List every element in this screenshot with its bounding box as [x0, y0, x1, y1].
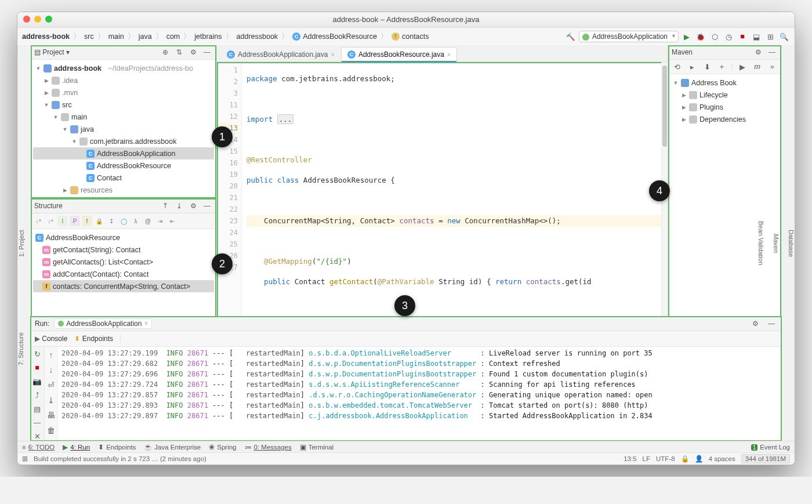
print-button[interactable]: 🖶: [45, 409, 57, 421]
editor-tab[interactable]: CAddressBookResource.java×: [341, 47, 458, 61]
show-properties-button[interactable]: P: [70, 216, 80, 226]
coverage-button[interactable]: ⬡: [709, 31, 720, 42]
lambda-button[interactable]: λ: [130, 216, 141, 226]
breadcrumb[interactable]: java: [139, 32, 152, 41]
expand-button[interactable]: ⤓: [173, 200, 185, 212]
toolwindow-tab-structure[interactable]: 7: Structure: [17, 332, 24, 365]
run-side-toolbar: ↻ ■ 📷 ⤴ ▤ — ✕: [30, 347, 45, 441]
file-encoding[interactable]: UTF-8: [656, 455, 675, 462]
run-maven-button[interactable]: ▶: [737, 61, 748, 72]
dump-button[interactable]: 📷: [31, 376, 43, 387]
project-tool-window: ▤ Project ▾ ⊕ ⇅ ⚙ — ▼address-book ~/Idea…: [31, 45, 216, 198]
console-tab[interactable]: ▶ Console: [35, 335, 67, 343]
toolwindow-toggle[interactable]: ⊞: [22, 455, 28, 463]
clear-button[interactable]: 🗑: [45, 425, 57, 436]
endpoints-tab[interactable]: ⬍ Endpoints: [98, 443, 136, 451]
close-window-button[interactable]: [23, 16, 30, 23]
console-output[interactable]: 2020-04-09 13:27:29.199 INFO 28671 --- […: [58, 347, 782, 441]
breadcrumb[interactable]: fcontacts: [392, 32, 429, 41]
maximize-window-button[interactable]: [45, 16, 52, 23]
indent-status[interactable]: 4 spaces: [709, 455, 735, 462]
stop-button[interactable]: ■: [737, 31, 748, 42]
build-status: Build completed successfully in 2 s 723 …: [34, 455, 206, 462]
spring-tab[interactable]: ❀ Spring: [209, 443, 236, 451]
exit-button[interactable]: ⤴: [31, 390, 43, 401]
minimize-window-button[interactable]: [34, 16, 41, 23]
build-button[interactable]: 🔨: [565, 31, 577, 42]
vcs-commit-button[interactable]: ⊞: [764, 31, 776, 42]
callout-2: 2: [212, 253, 233, 274]
run-tab[interactable]: ▶ 4: Run: [63, 443, 90, 451]
toolwindow-tab-database[interactable]: Database: [788, 50, 795, 437]
hide-panel-button[interactable]: —: [766, 318, 777, 329]
structure-tree[interactable]: CAddressBookResource mgetContact(String)…: [31, 229, 216, 295]
breadcrumb[interactable]: CAddressBookResource: [292, 32, 377, 41]
down-button[interactable]: ↓: [45, 364, 57, 376]
caret-position[interactable]: 13:5: [624, 455, 636, 462]
bottom-tool-tabs: ≡ 6: TODO ▶ 4: Run ⬍ Endpoints ☕ Java En…: [17, 441, 795, 453]
status-bar: ⊞ Build completed successfully in 2 s 72…: [17, 452, 795, 465]
sort-az-button[interactable]: ↓ᴬ: [33, 216, 44, 226]
breadcrumb[interactable]: addressbook: [237, 32, 278, 41]
generate-sources-button[interactable]: ▸: [687, 61, 698, 72]
run-config-tab[interactable]: AddressBookApplication ×: [54, 318, 152, 329]
profile-button[interactable]: ◷: [723, 31, 734, 42]
run-side-toolbar-2: ↑ ↓ ⏎ ⤓ 🖶 🗑: [45, 347, 58, 441]
stop-button[interactable]: ■: [31, 363, 43, 374]
hide-panel-button[interactable]: —: [201, 200, 213, 212]
todo-tab[interactable]: ≡ 6: TODO: [22, 444, 55, 451]
breadcrumb[interactable]: address-book: [22, 32, 70, 41]
up-button[interactable]: ↑: [45, 349, 57, 361]
javaee-tab[interactable]: ☕ Java Enterprise: [144, 443, 201, 451]
anon-button[interactable]: @: [143, 216, 153, 226]
layout-button[interactable]: ▤: [31, 404, 43, 414]
close-tab-icon[interactable]: ×: [331, 51, 334, 58]
autoscroll-button[interactable]: ↧: [106, 216, 117, 226]
project-tree[interactable]: ▼address-book ~/IdeaProjects/address-bo …: [31, 60, 216, 198]
memory-indicator[interactable]: 344 of 1981M: [741, 454, 790, 463]
soft-wrap-button[interactable]: ⏎: [45, 379, 57, 391]
settings-icon[interactable]: ⚙: [187, 46, 199, 58]
show-nonpublic-button[interactable]: 🔒: [94, 216, 104, 226]
run-button[interactable]: ▶: [681, 31, 693, 42]
breadcrumb[interactable]: src: [84, 32, 94, 41]
vcs-update-button[interactable]: ⬓: [751, 31, 762, 42]
breadcrumb[interactable]: main: [108, 32, 124, 41]
show-inherited-button[interactable]: I: [57, 216, 68, 226]
close-tab-icon[interactable]: ×: [447, 51, 451, 58]
search-everywhere-button[interactable]: 🔍: [778, 31, 790, 42]
add-maven-button[interactable]: ＋: [716, 61, 728, 72]
scroll-from-button[interactable]: ⇥: [155, 216, 165, 226]
locate-file-button[interactable]: ⊕: [160, 46, 171, 58]
settings-icon[interactable]: ⚙: [749, 318, 761, 329]
editor-tab[interactable]: CAddressBookApplication.java×: [220, 47, 341, 61]
filter-button[interactable]: ◯: [118, 216, 129, 226]
settings-icon[interactable]: ⚙: [187, 200, 199, 212]
lock-icon[interactable]: 🔒: [681, 455, 689, 463]
project-view-selector[interactable]: ▤ Project ▾: [34, 48, 70, 56]
navigation-bar: address-book〉 src〉 main〉 java〉 com〉 jetb…: [17, 28, 795, 46]
close-button[interactable]: ✕: [31, 431, 43, 441]
terminal-tab[interactable]: ▣ Terminal: [300, 443, 334, 451]
run-config-selector[interactable]: AddressBookApplication: [579, 31, 679, 42]
collapse-button[interactable]: ⤒: [160, 200, 171, 212]
download-sources-button[interactable]: ⬇: [701, 61, 713, 72]
event-log-tab[interactable]: 1 Event Log: [751, 444, 790, 451]
expand-all-button[interactable]: ⇅: [173, 46, 185, 58]
inspector-icon[interactable]: 👤: [695, 455, 703, 463]
structure-title: Structure: [34, 202, 63, 210]
debug-button[interactable]: 🐞: [695, 31, 706, 42]
sort-visibility-button[interactable]: ↓ᵃ: [45, 216, 56, 226]
show-fields-button[interactable]: f: [82, 216, 92, 226]
hide-panel-button[interactable]: —: [201, 46, 213, 58]
rerun-button[interactable]: ↻: [31, 349, 43, 360]
breadcrumb[interactable]: jetbrains: [194, 32, 222, 41]
messages-tab[interactable]: ≔ 0: Messages: [245, 443, 292, 451]
line-separator[interactable]: LF: [643, 455, 650, 462]
scroll-to-button[interactable]: ⇤: [167, 216, 177, 226]
breadcrumb[interactable]: com: [166, 32, 180, 41]
reimport-button[interactable]: ⟲: [672, 61, 683, 72]
endpoints-tab[interactable]: ⬍ Endpoints: [74, 335, 113, 343]
pin-button[interactable]: —: [31, 418, 43, 428]
scroll-end-button[interactable]: ⤓: [45, 394, 57, 406]
